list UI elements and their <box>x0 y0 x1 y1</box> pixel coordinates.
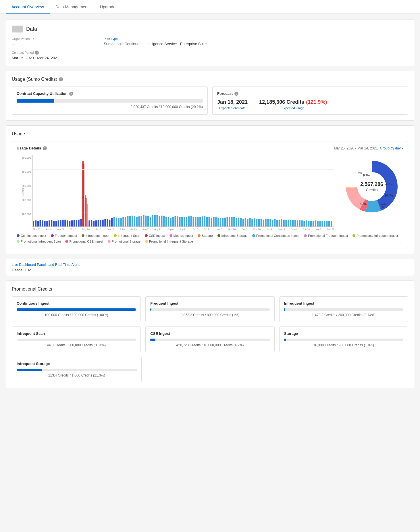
svg-rect-6 <box>42 220 43 227</box>
x-label-19: Jan 4 <box>267 228 272 231</box>
y-label-300k: 300,000 <box>17 185 31 187</box>
svg-rect-111 <box>279 220 280 227</box>
credits-grid: Contract Capacity Utilization ? 2,020,43… <box>12 87 408 115</box>
svg-rect-58 <box>159 216 160 227</box>
svg-rect-109 <box>274 219 275 227</box>
main-content: Data Organization ID Plan Type Sumo Logi… <box>0 14 420 394</box>
svg-rect-129 <box>319 221 321 227</box>
x-label-15: Nov 5 <box>217 228 223 231</box>
forecast-help-icon[interactable]: ? <box>234 92 238 96</box>
usage-credits-help-icon[interactable]: ? <box>59 77 63 81</box>
svg-rect-102 <box>258 219 260 227</box>
legend-label-3: Infrequent Scan <box>118 234 140 237</box>
svg-rect-64 <box>172 217 174 227</box>
svg-rect-75 <box>197 217 199 227</box>
svg-rect-37 <box>111 218 113 227</box>
promo-text-4: 420,723 Credits / 10,000,000 Credits (4.… <box>150 343 269 347</box>
x-label-11: Sep 6 <box>167 228 174 231</box>
x-label-12: Sep 21 <box>179 228 186 231</box>
legend-item-14: Promotional Infrequent Storage <box>145 240 193 243</box>
x-label-3: May 9 <box>70 228 76 231</box>
promo-card-infrequent-storage-wrapper: Infrequent Storage 213.4 Credits / 1,000… <box>12 357 144 382</box>
org-id-block: Organization ID <box>12 37 98 46</box>
legend-label-13: Promotional Storage <box>112 240 140 243</box>
svg-rect-90 <box>231 217 232 227</box>
legend-label-12: Promotional CSE Ingest <box>69 240 103 243</box>
promo-card-storage: Storage 16,338 Credits / 900,000 Credits… <box>279 327 408 352</box>
svg-rect-74 <box>195 217 196 227</box>
svg-rect-76 <box>199 217 201 227</box>
svg-rect-4 <box>37 221 39 227</box>
tab-account-overview[interactable]: Account Overview <box>6 0 50 14</box>
legend-label-2: Infrequent Ingest <box>86 234 109 237</box>
forecast-usage-block: 12,185,306 Credits (121.9%) Expected usa… <box>259 99 327 110</box>
promotional-credits-grid: Continuous Ingest 100,000 Credits / 100,… <box>12 296 408 352</box>
contract-period-help-icon[interactable]: ? <box>35 51 39 55</box>
svg-rect-113 <box>283 220 285 227</box>
svg-rect-85 <box>220 218 221 227</box>
svg-rect-126 <box>313 221 314 227</box>
svg-rect-54 <box>150 217 151 227</box>
live-dashboard-section: Live Dashboard Panels and Real Time Aler… <box>6 259 414 276</box>
tab-data-management[interactable]: Data Management <box>50 0 94 14</box>
svg-rect-3 <box>35 220 36 227</box>
svg-rect-16 <box>64 220 66 227</box>
utilization-help-icon[interactable]: ? <box>69 92 73 96</box>
legend-dot-12 <box>65 240 68 243</box>
svg-text:9.7%: 9.7% <box>363 174 370 177</box>
promotional-credits-section: Promotional Credits Continuous Ingest 10… <box>6 281 414 388</box>
x-label-21: Feb 3 <box>291 228 296 231</box>
chart-legend: Continuous Ingest Frequent Ingest Infreq… <box>17 234 403 243</box>
usage-details-header: Usage Details ? Mar 25, 2020 - Mar 24, 2… <box>17 146 403 150</box>
svg-rect-53 <box>147 216 149 227</box>
legend-label-11: Promotional Infrequent Scan <box>21 240 61 243</box>
group-by-value[interactable]: day <box>395 146 400 150</box>
company-logo <box>12 26 23 32</box>
legend-dot-13 <box>108 240 111 243</box>
svg-rect-130 <box>321 221 323 227</box>
svg-text:0.64: 0.64 <box>381 203 386 206</box>
legend-label-14: Promotional Infrequent Storage <box>149 240 193 243</box>
x-label-4: May 24 <box>82 228 90 231</box>
tab-upgrade[interactable]: Upgrade <box>94 0 121 14</box>
forecast-title: Forecast ? <box>217 91 403 96</box>
promo-text-5: 16,338 Credits / 900,000 Credits (1.8%) <box>284 343 403 347</box>
svg-rect-9 <box>49 220 50 227</box>
plan-type-value: Sumo Logic Continuous Intelligence Servi… <box>104 42 408 46</box>
svg-rect-12 <box>55 221 57 227</box>
svg-rect-19 <box>71 220 73 227</box>
svg-rect-91 <box>233 217 235 227</box>
svg-rect-10 <box>51 220 52 227</box>
svg-rect-41 <box>120 218 122 227</box>
svg-rect-34 <box>104 219 106 227</box>
legend-label-4: CSE Ingest <box>149 234 165 237</box>
svg-rect-92 <box>236 218 237 227</box>
legend-label-8: Promotional Continuous Ingest <box>256 234 299 237</box>
x-label-14: Oct 21 <box>204 228 211 231</box>
x-label-10: Aug 22 <box>154 228 161 231</box>
svg-rect-67 <box>179 217 180 227</box>
live-dashboard-link[interactable]: Live Dashboard Panels and Real Time Aler… <box>12 263 80 267</box>
x-label-13: Oct 6 <box>192 228 198 231</box>
svg-rect-99 <box>251 219 253 227</box>
usage-details-card: Usage Details ? Mar 25, 2020 - Mar 24, 2… <box>12 141 408 248</box>
svg-rect-47 <box>134 216 135 227</box>
svg-rect-119 <box>297 220 298 227</box>
promo-card-continuous-ingest: Continuous Ingest 100,000 Credits / 100,… <box>12 296 141 322</box>
svg-rect-17 <box>67 220 68 227</box>
promo-card-title-5: Storage <box>284 331 403 336</box>
grid-line-4 <box>33 212 334 212</box>
svg-rect-105 <box>265 219 267 227</box>
legend-dot-3 <box>114 234 117 237</box>
legend-label-5: Metrics Ingest <box>174 234 193 237</box>
legend-label-9: Promotional Frequent Ingest <box>308 234 348 237</box>
svg-rect-57 <box>157 215 158 227</box>
svg-rect-107 <box>269 219 271 227</box>
svg-rect-83 <box>215 217 217 227</box>
svg-rect-101 <box>256 219 257 227</box>
svg-rect-35 <box>107 219 108 227</box>
account-section: Data Organization ID Plan Type Sumo Logi… <box>6 20 414 66</box>
svg-rect-42 <box>122 217 124 227</box>
legend-item-10: Promotional Infrequent Ingest <box>352 234 398 237</box>
usage-details-help-icon[interactable]: ? <box>43 146 47 150</box>
